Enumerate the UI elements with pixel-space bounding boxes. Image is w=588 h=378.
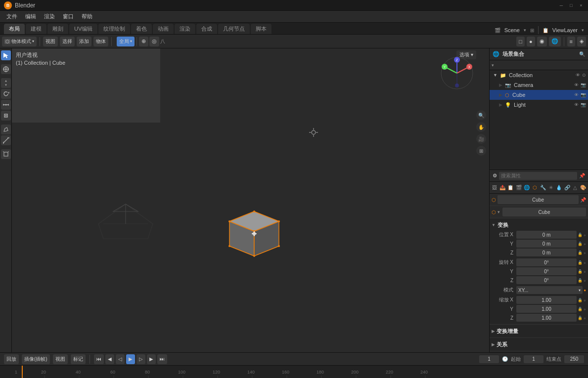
prop-tab-scene[interactable]: 🎬 bbox=[515, 183, 522, 193]
jump-end-btn[interactable]: ⏭ bbox=[157, 354, 167, 364]
cursor-tool[interactable] bbox=[1, 64, 11, 74]
properties-search[interactable] bbox=[499, 172, 577, 180]
local-view-btn[interactable]: ⊞ bbox=[476, 146, 486, 156]
add-cube-tool[interactable] bbox=[1, 149, 11, 159]
delta-transform-header[interactable]: ▶ 变换增量 bbox=[492, 327, 586, 336]
scale-z-key[interactable]: ⬦ bbox=[584, 316, 586, 320]
end-frame-field[interactable]: 250 bbox=[564, 355, 584, 363]
prop-tab-particles[interactable]: ✳ bbox=[547, 183, 554, 193]
tab-uv[interactable]: UV编辑 bbox=[69, 24, 97, 34]
overlay-btn[interactable]: ≡ bbox=[567, 37, 575, 46]
move-tool[interactable] bbox=[1, 78, 11, 88]
tab-animation[interactable]: 动画 bbox=[153, 24, 174, 34]
prev-keyframe-btn[interactable]: ◀ bbox=[105, 354, 114, 364]
rotation-z-field[interactable]: 0° bbox=[516, 276, 577, 284]
scale-z-lock[interactable]: 🔒 bbox=[578, 316, 583, 320]
cube-visible-icon[interactable]: 👁 bbox=[574, 92, 579, 97]
prop-tab-constraints[interactable]: 🔗 bbox=[563, 183, 571, 193]
pin-object-icon[interactable]: 📌 bbox=[580, 197, 586, 203]
tab-compositing[interactable]: 合成 bbox=[196, 24, 217, 34]
select-menu[interactable]: 选择 bbox=[60, 37, 75, 46]
scale-tool[interactable] bbox=[1, 100, 11, 110]
filter-icon[interactable]: ▾ bbox=[492, 63, 494, 68]
prop-tab-view-layer[interactable]: 📋 bbox=[507, 183, 514, 193]
collection-expand[interactable]: ▼ bbox=[493, 73, 498, 78]
menu-window[interactable]: 窗口 bbox=[59, 12, 77, 21]
prop-tab-object[interactable]: ⬡ bbox=[531, 183, 539, 193]
mode-selector[interactable]: ⬡ 物体模式 ▾ bbox=[2, 37, 37, 46]
tab-modeling[interactable]: 建模 bbox=[26, 24, 46, 34]
tab-rendering[interactable]: 渲染 bbox=[175, 24, 195, 34]
outliner-item-cube[interactable]: ▶ ⬡ Cube 👁 📷 bbox=[490, 90, 588, 100]
timeline-ruler[interactable]: 1 20 40 60 80 100 120 140 160 180 200 22… bbox=[0, 365, 588, 378]
active-data-dropdown[interactable]: ▾ bbox=[498, 210, 500, 214]
outliner-item-collection[interactable]: ▼ 📁 Collection 👁 ⊙ bbox=[490, 70, 588, 80]
add-menu[interactable]: 添加 bbox=[77, 37, 91, 46]
camera-view-btn[interactable]: 🎥 bbox=[476, 134, 486, 144]
proportional-btn[interactable]: ◎ bbox=[149, 37, 159, 46]
relations-header[interactable]: ▶ 关系 bbox=[492, 340, 586, 349]
outliner-item-light[interactable]: ▶ 💡 Light 👁 📷 bbox=[490, 100, 588, 110]
navigation-gizmo[interactable]: Z X Y bbox=[440, 56, 474, 90]
scale-y-lock[interactable]: 🔒 bbox=[578, 307, 583, 311]
rotation-z-key[interactable]: ⬦ bbox=[584, 278, 586, 283]
select-tool[interactable] bbox=[1, 50, 11, 60]
collection-visible-icon[interactable]: 👁 bbox=[576, 73, 580, 78]
rotate-tool[interactable] bbox=[1, 89, 11, 99]
tab-scripting[interactable]: 脚本 bbox=[251, 24, 271, 34]
play-btn[interactable]: ▶ bbox=[126, 354, 135, 364]
hand-btn[interactable]: ✋ bbox=[476, 122, 486, 132]
view-menu[interactable]: 视图 bbox=[43, 37, 58, 46]
cube-mesh[interactable] bbox=[225, 207, 284, 271]
tab-sculpt[interactable]: 雕刻 bbox=[47, 24, 68, 34]
location-x-key[interactable]: ⬦ bbox=[584, 233, 586, 237]
scale-x-field[interactable]: 1.00 bbox=[516, 296, 577, 304]
scale-y-field[interactable]: 1.00 bbox=[516, 305, 577, 313]
scale-x-lock[interactable]: 🔒 bbox=[578, 298, 583, 302]
prop-tab-modifier[interactable]: 🔧 bbox=[539, 183, 546, 193]
location-x-field[interactable]: 0 m bbox=[516, 231, 577, 239]
rotation-y-key[interactable]: ⬦ bbox=[584, 269, 586, 274]
prop-tab-render[interactable]: 🖼 bbox=[491, 183, 498, 193]
interpolation-btn[interactable]: 插像(插帧) bbox=[22, 354, 50, 364]
object-menu[interactable]: 物体 bbox=[93, 37, 108, 46]
timeline-view-btn[interactable]: 视图 bbox=[53, 354, 68, 364]
tab-layout[interactable]: 布局 bbox=[4, 24, 25, 34]
prop-tab-physics[interactable]: 💧 bbox=[555, 183, 563, 193]
active-data-name[interactable]: Cube bbox=[502, 208, 586, 216]
shading-material[interactable]: ◉ bbox=[537, 37, 547, 46]
location-y-key[interactable]: ⬦ bbox=[584, 242, 586, 246]
prop-tab-world[interactable]: 🌐 bbox=[523, 183, 530, 193]
location-z-key[interactable]: ⬦ bbox=[584, 251, 586, 255]
prop-tab-material[interactable]: 🎨 bbox=[580, 183, 587, 193]
marker-btn[interactable]: 标记 bbox=[71, 354, 86, 364]
shading-solid[interactable]: ● bbox=[527, 37, 535, 46]
camera-visible-icon[interactable]: 👁 bbox=[574, 83, 579, 87]
rotation-y-lock[interactable]: 🔒 bbox=[578, 269, 583, 274]
rotation-x-key[interactable]: ⬦ bbox=[584, 260, 586, 265]
shading-render[interactable]: 🌐 bbox=[549, 37, 561, 46]
rotation-x-field[interactable]: 0° bbox=[516, 258, 577, 266]
scale-y-key[interactable]: ⬦ bbox=[584, 307, 586, 311]
transform-tool[interactable] bbox=[1, 111, 11, 121]
menu-help[interactable]: 帮助 bbox=[78, 12, 96, 21]
close-button[interactable]: × bbox=[578, 2, 584, 8]
playback-btn[interactable]: 回放 bbox=[4, 354, 19, 364]
location-z-field[interactable]: 0 m bbox=[516, 249, 577, 256]
rotation-x-lock[interactable]: 🔒 bbox=[578, 260, 583, 265]
tab-texture-paint[interactable]: 纹理绘制 bbox=[98, 24, 130, 34]
transform-header[interactable]: ▼ 变换 bbox=[492, 220, 586, 229]
current-frame-field[interactable]: 1 bbox=[479, 355, 499, 363]
menu-render[interactable]: 渲染 bbox=[41, 12, 58, 21]
outliner-filter-icon[interactable]: 🔍 bbox=[579, 51, 585, 57]
location-z-lock[interactable]: 🔒 bbox=[578, 251, 583, 255]
measure-tool[interactable] bbox=[1, 135, 11, 145]
prop-tab-output[interactable]: 📤 bbox=[498, 183, 506, 193]
outliner-item-camera[interactable]: ▶ 📷 Camera 👁 📷 bbox=[490, 80, 588, 90]
tab-geometry-nodes[interactable]: 几何节点 bbox=[218, 24, 250, 34]
location-x-lock[interactable]: 🔒 bbox=[578, 233, 583, 237]
prev-frame-btn[interactable]: ◁ bbox=[116, 354, 125, 364]
light-visible-icon[interactable]: 👁 bbox=[574, 102, 579, 107]
menu-edit[interactable]: 编辑 bbox=[22, 12, 40, 21]
mode-dot[interactable]: ● bbox=[584, 288, 586, 293]
